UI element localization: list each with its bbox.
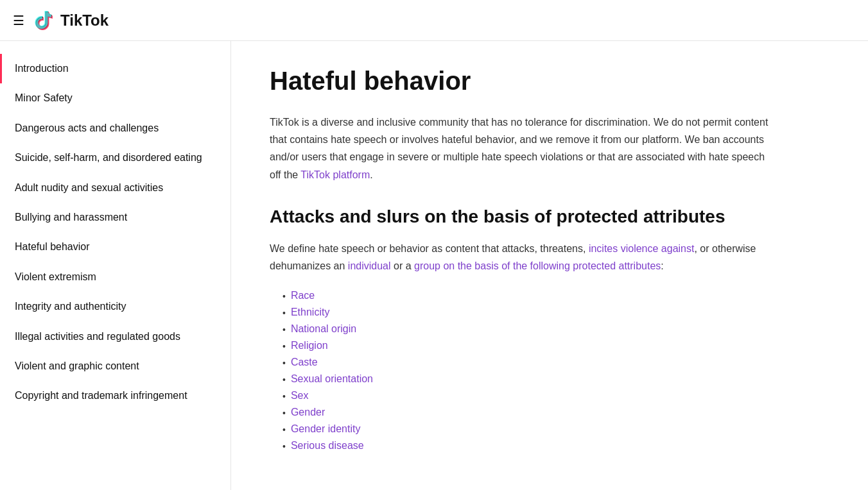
sidebar-item-copyright[interactable]: Copyright and trademark infringement: [0, 381, 230, 410]
tiktok-platform-link[interactable]: TikTok platform: [300, 169, 370, 180]
list-item-sexual-orientation: Sexual orientation: [282, 371, 770, 387]
protected-attributes-list: Race Ethnicity National origin Religion …: [270, 287, 770, 454]
section1-title: Attacks and slurs on the basis of protec…: [270, 207, 770, 227]
sidebar-item-hateful-behavior[interactable]: Hateful behavior: [0, 232, 230, 262]
sidebar-nav: Introduction Minor Safety Dangerous acts…: [0, 41, 231, 490]
group-link[interactable]: group on the basis of the following prot…: [414, 260, 661, 271]
main-layout: Introduction Minor Safety Dangerous acts…: [0, 41, 868, 490]
list-item-ethnicity: Ethnicity: [282, 304, 770, 321]
main-content: Hateful behavior TikTok is a diverse and…: [231, 41, 809, 490]
logo-link[interactable]: TikTok: [35, 10, 108, 31]
list-item-gender-identity: Gender identity: [282, 421, 770, 437]
sidebar-item-violent-extremism[interactable]: Violent extremism: [0, 262, 230, 292]
list-item-sex: Sex: [282, 387, 770, 404]
list-item-gender: Gender: [282, 404, 770, 421]
hamburger-menu-icon[interactable]: ☰: [13, 13, 24, 28]
list-item-race: Race: [282, 287, 770, 304]
page-title: Hateful behavior: [270, 67, 770, 96]
sidebar-item-violent-graphic[interactable]: Violent and graphic content: [0, 351, 230, 381]
sidebar-item-introduction[interactable]: Introduction: [0, 54, 230, 83]
list-item-religion: Religion: [282, 337, 770, 354]
individual-link[interactable]: individual: [348, 260, 391, 271]
list-item-serious-disease: Serious disease: [282, 437, 770, 454]
sidebar-item-minor-safety[interactable]: Minor Safety: [0, 83, 230, 113]
sidebar-item-integrity[interactable]: Integrity and authenticity: [0, 292, 230, 321]
sidebar-item-adult-nudity[interactable]: Adult nudity and sexual activities: [0, 173, 230, 203]
sidebar-item-dangerous-acts[interactable]: Dangerous acts and challenges: [0, 114, 230, 143]
section1-intro: We define hate speech or behavior as con…: [270, 240, 770, 275]
sidebar-item-suicide-self-harm[interactable]: Suicide, self-harm, and disordered eatin…: [0, 143, 230, 173]
list-item-national-origin: National origin: [282, 321, 770, 337]
list-item-caste: Caste: [282, 354, 770, 371]
logo-text: TikTok: [60, 12, 108, 30]
sidebar-item-illegal-activities[interactable]: Illegal activities and regulated goods: [0, 322, 230, 351]
tiktok-logo-icon: [35, 10, 55, 31]
sidebar-item-bullying[interactable]: Bullying and harassment: [0, 203, 230, 232]
header: ☰ TikTok: [0, 0, 868, 41]
intro-paragraph: TikTok is a diverse and inclusive commun…: [270, 114, 770, 183]
incites-violence-link[interactable]: incites violence against: [589, 243, 695, 254]
